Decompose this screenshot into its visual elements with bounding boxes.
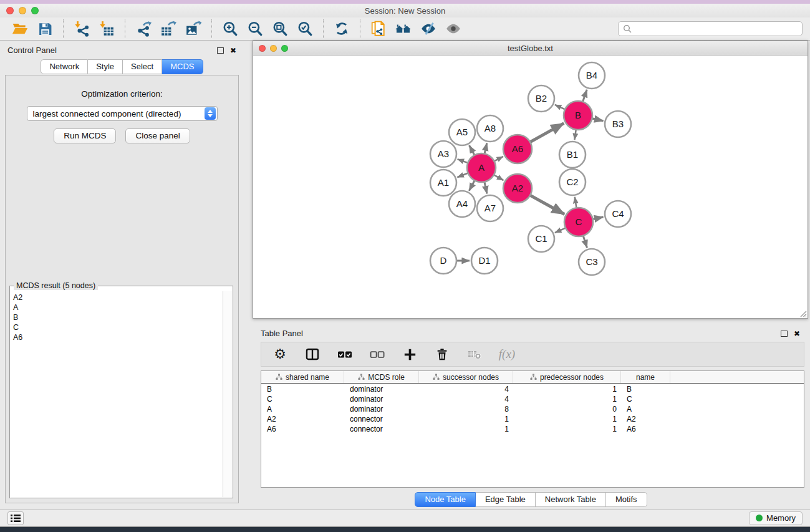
import-network-icon[interactable] <box>69 19 94 39</box>
mcds-result-scrollbar[interactable] <box>223 291 232 497</box>
graph-node-A[interactable]: A <box>467 153 496 182</box>
table-cell: 1 <box>419 414 513 424</box>
tab-network[interactable]: Network <box>41 59 88 74</box>
graph-node-B2[interactable]: B2 <box>528 85 554 112</box>
table-cell: A <box>621 404 670 414</box>
graph-node-A5[interactable]: A5 <box>449 119 475 145</box>
app-titlebar: Session: New Session <box>0 4 810 17</box>
graph-node-B3[interactable]: B3 <box>605 111 631 137</box>
control-panel-title: Control Panel <box>7 46 57 55</box>
graph-node-C[interactable]: C <box>564 208 593 236</box>
graph-node-B4[interactable]: B4 <box>579 62 605 89</box>
zoom-in-icon[interactable] <box>218 19 243 39</box>
svg-text:A4: A4 <box>456 198 468 209</box>
close-panel-icon[interactable]: ✖ <box>230 47 236 54</box>
mcds-result-item[interactable]: A6 <box>13 332 223 342</box>
save-session-icon[interactable] <box>32 19 57 39</box>
table-row[interactable]: Adominator80A <box>261 404 804 414</box>
optimization-criterion-dropdown[interactable]: largest connected component (directed) <box>27 106 218 121</box>
graph-node-C2[interactable]: C2 <box>559 169 586 195</box>
mcds-result-item[interactable]: C <box>13 322 223 332</box>
export-network-icon[interactable] <box>131 19 156 39</box>
graph-node-B[interactable]: B <box>564 101 592 130</box>
network-window-titlebar: testGlobe.txt <box>253 41 808 56</box>
network-canvas[interactable]: B4B2BB3B1A5A8A6A3AA1C2A2A4A7C4CC1C3DD1 <box>253 56 808 318</box>
open-file-icon[interactable] <box>7 19 32 39</box>
network-close-button[interactable] <box>259 45 266 52</box>
export-image-icon[interactable] <box>181 19 206 39</box>
show-panel-icon[interactable] <box>441 19 466 39</box>
column-header-shared-name[interactable]: shared name <box>261 371 344 383</box>
resize-grip-icon[interactable] <box>798 309 807 317</box>
mcds-result-item[interactable]: A2 <box>13 293 223 302</box>
search-input[interactable] <box>635 24 798 34</box>
select-all-icon[interactable] <box>336 346 354 363</box>
column-header-mcds-role[interactable]: MCDS role <box>344 371 419 383</box>
table-cell: 1 <box>513 384 621 394</box>
import-table-icon[interactable] <box>94 19 119 39</box>
memory-button[interactable]: Memory <box>749 511 803 525</box>
graph-node-B1[interactable]: B1 <box>559 142 586 168</box>
table-cell: B <box>621 384 670 394</box>
minimize-window-button[interactable] <box>19 7 26 14</box>
graph-node-A8[interactable]: A8 <box>477 115 503 142</box>
columns-icon[interactable] <box>304 346 321 363</box>
graph-node-A6[interactable]: A6 <box>503 135 532 163</box>
table-cell: A6 <box>261 424 344 434</box>
zoom-out-icon[interactable] <box>243 19 268 39</box>
table-row[interactable]: A2connector11A2 <box>261 414 804 424</box>
close-panel-button[interactable]: Close panel <box>125 128 190 143</box>
column-header-predecessor-nodes[interactable]: predecessor nodes <box>513 371 621 383</box>
add-column-icon[interactable] <box>401 346 418 363</box>
graph-node-C4[interactable]: C4 <box>605 201 631 227</box>
toolbar-separator <box>211 19 212 38</box>
network-minimize-button[interactable] <box>270 45 277 52</box>
tab-select[interactable]: Select <box>123 59 162 74</box>
graph-node-C3[interactable]: C3 <box>579 249 605 275</box>
graph-node-D[interactable]: D <box>430 248 456 274</box>
column-header-successor-nodes[interactable]: successor nodes <box>419 371 513 383</box>
export-table-icon[interactable] <box>156 19 181 39</box>
mcds-result-item[interactable]: B <box>13 312 223 322</box>
gear-icon[interactable]: ⚙ <box>271 346 289 363</box>
refresh-layout-icon[interactable] <box>329 19 354 39</box>
graph-node-A4[interactable]: A4 <box>449 191 475 217</box>
tab-style[interactable]: Style <box>88 59 123 74</box>
search-field[interactable] <box>618 21 803 36</box>
float-table-panel-icon[interactable] <box>781 331 788 337</box>
run-mcds-button[interactable]: Run MCDS <box>54 128 116 143</box>
mcds-result-title: MCDS result (5 nodes) <box>14 281 98 290</box>
tab-node-table[interactable]: Node Table <box>415 492 476 507</box>
network-zoom-button[interactable] <box>281 45 288 52</box>
tab-edge-table[interactable]: Edge Table <box>476 492 536 507</box>
tab-mcds[interactable]: MCDS <box>162 59 203 74</box>
close-window-button[interactable] <box>6 7 14 14</box>
svg-text:A5: A5 <box>456 127 468 137</box>
graph-node-A3[interactable]: A3 <box>430 141 456 167</box>
table-row[interactable]: A6connector11A6 <box>261 424 804 434</box>
graph-node-A7[interactable]: A7 <box>477 195 503 221</box>
column-header-name[interactable]: name <box>621 371 670 383</box>
show-all-networks-icon[interactable] <box>391 19 416 39</box>
task-history-button[interactable] <box>7 511 24 525</box>
table-row[interactable]: Cdominator41C <box>261 394 804 404</box>
zoom-selected-icon[interactable] <box>292 19 317 39</box>
delete-column-icon[interactable] <box>433 346 451 363</box>
deselect-all-icon[interactable] <box>369 346 386 363</box>
table-cell: A <box>261 404 344 414</box>
hide-panel-icon[interactable] <box>416 19 441 39</box>
graph-node-C1[interactable]: C1 <box>528 226 554 252</box>
graph-node-A1[interactable]: A1 <box>430 170 456 196</box>
zoom-fit-icon[interactable] <box>268 19 292 39</box>
mcds-result-item[interactable]: A <box>13 302 223 312</box>
tab-motifs[interactable]: Motifs <box>606 492 647 507</box>
table-cell: 1 <box>513 414 621 424</box>
table-row[interactable]: Bdominator41B <box>261 384 804 394</box>
zoom-window-button[interactable] <box>31 7 39 14</box>
new-network-icon[interactable] <box>366 19 391 39</box>
graph-node-D1[interactable]: D1 <box>471 248 498 274</box>
float-panel-icon[interactable] <box>217 47 224 54</box>
graph-node-A2[interactable]: A2 <box>503 174 532 203</box>
tab-network-table[interactable]: Network Table <box>536 492 606 507</box>
close-table-panel-icon[interactable]: ✖ <box>794 331 800 337</box>
